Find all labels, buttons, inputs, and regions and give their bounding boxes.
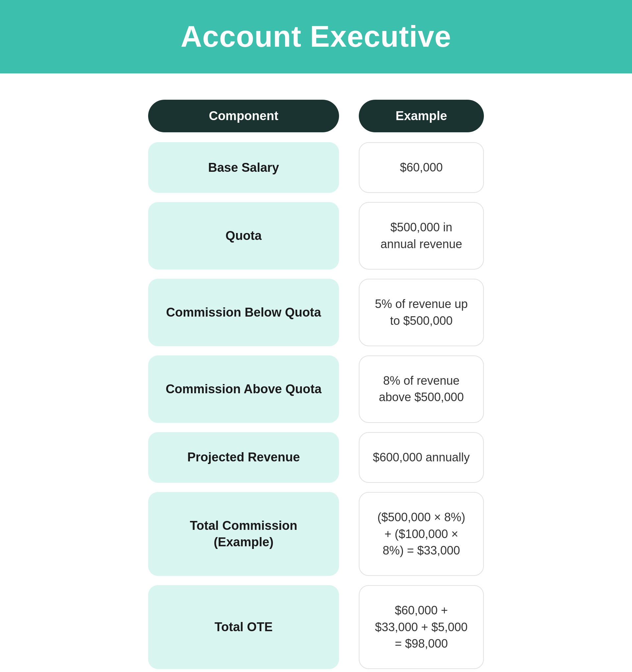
example-cell-projected-revenue: $600,000 annually bbox=[359, 432, 484, 483]
component-cell-total-commission: Total Commission (Example) bbox=[148, 492, 339, 576]
table-row: Commission Above Quota 8% of revenue abo… bbox=[148, 355, 484, 423]
example-column-header: Example bbox=[359, 100, 484, 132]
table-row: Projected Revenue $600,000 annually bbox=[148, 432, 484, 483]
example-cell-quota: $500,000 in annual revenue bbox=[359, 202, 484, 269]
example-cell-base-salary: $60,000 bbox=[359, 142, 484, 193]
page-title: Account Executive bbox=[6, 20, 626, 54]
component-cell-commission-below-quota: Commission Below Quota bbox=[148, 279, 339, 346]
example-cell-commission-above-quota: 8% of revenue above $500,000 bbox=[359, 355, 484, 423]
component-cell-base-salary: Base Salary bbox=[148, 142, 339, 193]
table-row: Base Salary $60,000 bbox=[148, 142, 484, 193]
example-cell-commission-below-quota: 5% of revenue up to $500,000 bbox=[359, 279, 484, 346]
example-cell-total-commission: ($500,000 × 8%) + ($100,000 × 8%) = $33,… bbox=[359, 492, 484, 576]
table-row: Quota $500,000 in annual revenue bbox=[148, 202, 484, 269]
table-row: Total OTE $60,000 + $33,000 + $5,000 = $… bbox=[148, 585, 484, 669]
page-header: Account Executive bbox=[0, 0, 632, 73]
table-row: Total Commission (Example) ($500,000 × 8… bbox=[148, 492, 484, 576]
comparison-table: Component Example Base Salary $60,000 Qu… bbox=[148, 100, 484, 669]
component-column-header: Component bbox=[148, 100, 339, 132]
component-cell-quota: Quota bbox=[148, 202, 339, 269]
example-cell-total-ote: $60,000 + $33,000 + $5,000 = $98,000 bbox=[359, 585, 484, 669]
component-cell-commission-above-quota: Commission Above Quota bbox=[148, 355, 339, 423]
table-header-row: Component Example bbox=[148, 100, 484, 132]
main-content: Component Example Base Salary $60,000 Qu… bbox=[135, 73, 497, 672]
table-row: Commission Below Quota 5% of revenue up … bbox=[148, 279, 484, 346]
component-cell-projected-revenue: Projected Revenue bbox=[148, 432, 339, 483]
component-cell-total-ote: Total OTE bbox=[148, 585, 339, 669]
